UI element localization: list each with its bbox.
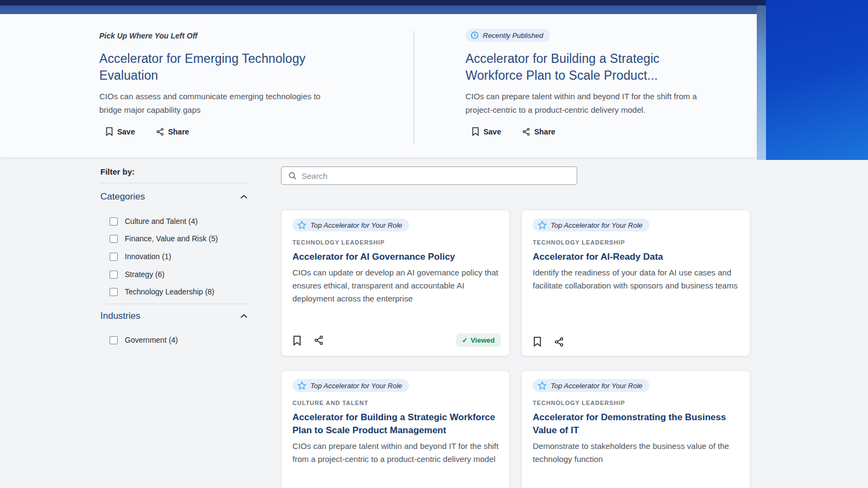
checkbox[interactable] [110,217,118,226]
filter-label: Government (4) [125,336,178,344]
card-category: TECHNOLOGY LEADERSHIP [533,400,739,406]
bookmark-icon [471,127,480,136]
checkbox[interactable] [110,271,118,279]
filter-item-government[interactable]: Government (4) [110,336,178,344]
desktop-wallpaper [766,0,868,160]
accelerator-card[interactable]: Top Accelerator for Your Role TECHNOLOGY… [281,210,510,356]
star-icon [538,381,547,390]
window-frame-edge [757,5,766,160]
window-title-band [0,5,766,14]
card-category: TECHNOLOGY LEADERSHIP [533,239,739,246]
sidebar-divider [100,183,248,183]
window-top-bar [0,0,766,5]
save-label: Save [117,127,135,136]
share-button[interactable] [554,337,564,347]
chevron-up-icon[interactable] [240,194,248,200]
card-description: CIOs can prepare talent within and beyon… [292,440,499,466]
top-accelerator-badge: Top Accelerator for Your Role [533,379,649,392]
filter-item-strategy[interactable]: Strategy (6) [110,270,164,279]
star-icon [538,221,547,229]
accelerator-card[interactable]: Top Accelerator for Your Role TECHNOLOGY… [521,210,750,356]
search-bar[interactable] [281,166,577,185]
bookmark-button[interactable] [292,335,302,346]
filter-group-industries[interactable]: Industries [100,311,248,322]
search-icon [288,171,297,180]
viewed-label: Viewed [470,336,495,344]
share-button[interactable] [314,335,324,345]
featured-left-share-button[interactable]: Share [156,127,189,136]
featured-right-description: CIOs can prepare talent within and beyon… [465,89,710,117]
filter-label: Innovation (1) [125,252,171,261]
bookmark-button[interactable] [533,336,542,347]
filter-item-innovation[interactable]: Innovation (1) [110,252,171,261]
share-label: Share [168,127,189,136]
featured-left-save-button[interactable]: Save [105,127,135,136]
categories-group-title: Categories [100,191,145,202]
save-label: Save [483,127,501,136]
card-description: Identify the readiness of your data for … [533,266,739,292]
sidebar-divider [100,304,248,304]
chevron-up-icon[interactable] [240,313,248,319]
card-title[interactable]: Accelerator for AI Governance Policy [292,251,499,264]
filter-item-culture-and-talent[interactable]: Culture and Talent (4) [110,217,197,226]
checkbox[interactable] [110,253,118,261]
share-icon [156,127,164,136]
checkbox[interactable] [110,336,118,344]
filter-item-finance-value-risk[interactable]: Finance, Value and Risk (5) [110,234,218,243]
recently-published-badge: Recently Published [465,29,550,42]
badge-label: Top Accelerator for Your Role [551,382,642,390]
badge-label: Top Accelerator for Your Role [310,221,402,229]
card-title[interactable]: Accelerator for AI-Ready Data [533,251,739,264]
card-category: CULTURE AND TALENT [292,400,499,406]
featured-right-save-button[interactable]: Save [471,127,501,136]
checkbox[interactable] [110,235,118,243]
filter-group-categories[interactable]: Categories [100,191,248,202]
featured-divider [413,31,414,144]
search-input[interactable] [302,171,570,181]
filter-label: Strategy (6) [125,270,164,279]
clock-icon [470,31,479,40]
accelerator-card[interactable]: Top Accelerator for Your Role CULTURE AN… [281,370,510,488]
star-icon [297,221,307,229]
featured-right-share-button[interactable]: Share [522,127,556,136]
card-description: CIOs can update or develop an AI governa… [292,266,499,305]
check-icon: ✓ [462,336,468,344]
card-description: Demonstrate to stakeholders the business… [533,440,739,466]
top-accelerator-badge: Top Accelerator for Your Role [533,219,649,232]
accelerator-card[interactable]: Top Accelerator for Your Role TECHNOLOGY… [521,370,750,488]
top-accelerator-badge: Top Accelerator for Your Role [292,379,409,392]
star-icon [297,381,307,390]
filter-by-heading: Filter by: [100,167,135,176]
filter-label: Technology Leadership (8) [125,287,214,296]
pick-up-eyebrow: Pick Up Where You Left Off [99,31,197,40]
badge-label: Top Accelerator for Your Role [310,382,402,390]
checkbox[interactable] [110,288,118,296]
industries-group-title: Industries [100,311,141,322]
filter-label: Finance, Value and Risk (5) [125,234,218,243]
bookmark-icon [105,127,113,136]
featured-left-title[interactable]: Accelerator for Emerging Technology Eval… [99,50,327,84]
filter-item-technology-leadership[interactable]: Technology Leadership (8) [110,287,214,296]
recently-published-label: Recently Published [483,31,543,40]
share-icon [522,127,531,136]
badge-label: Top Accelerator for Your Role [551,221,642,229]
featured-left-description: CIOs can assess and communicate emerging… [99,89,338,117]
card-title[interactable]: Accelerator for Demonstrating the Busine… [533,411,739,437]
filter-label: Culture and Talent (4) [125,217,197,226]
viewed-badge: ✓ Viewed [456,333,501,347]
featured-right-title[interactable]: Accelerator for Building a Strategic Wor… [465,50,704,84]
share-label: Share [534,127,556,136]
top-accelerator-badge: Top Accelerator for Your Role [292,219,409,232]
card-category: TECHNOLOGY LEADERSHIP [292,239,499,246]
card-title[interactable]: Accelerator for Building a Strategic Wor… [292,411,499,437]
